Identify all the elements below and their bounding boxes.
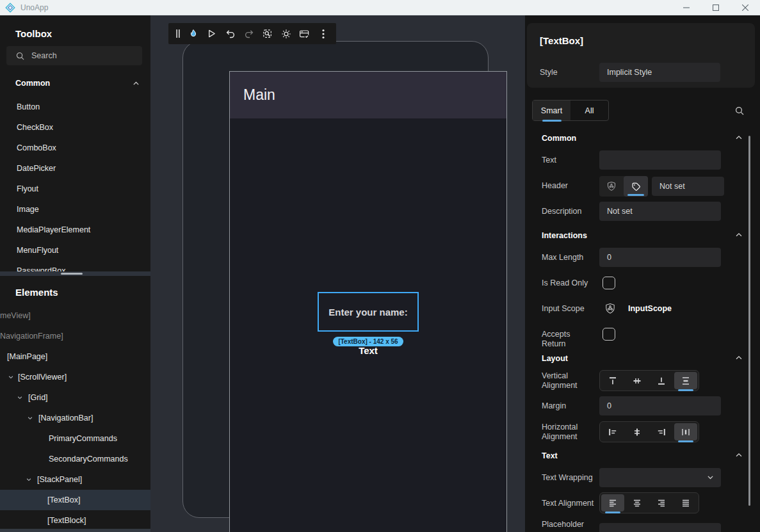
input-scope-label: Input Scope (542, 304, 595, 314)
accepts-return-checkbox[interactable] (602, 328, 615, 341)
margin-input[interactable]: 0 (599, 396, 721, 415)
literal-mode-button[interactable] (624, 176, 648, 197)
horizontal-alignment-label: Horizontal Alignment (542, 423, 595, 442)
chevron-down-icon[interactable] (27, 415, 33, 421)
textblock-element[interactable]: Text (230, 345, 506, 356)
tab-all[interactable]: All (570, 101, 608, 120)
vertical-alignment-label: Vertical Alignment (542, 371, 595, 391)
more-options-button[interactable] (314, 23, 332, 44)
redo-button[interactable] (239, 23, 258, 44)
chevron-down-icon[interactable] (8, 374, 14, 380)
tag-icon (631, 182, 641, 191)
tree-item-navigationbar[interactable]: [NavigationBar] (0, 408, 150, 428)
chevron-up-icon[interactable] (734, 133, 743, 142)
is-read-only-label: Is Read Only (542, 278, 595, 288)
toolbox-item-list: Button CheckBox ComboBox DatePicker Flyo… (0, 97, 150, 281)
max-length-input[interactable]: 0 (599, 248, 721, 267)
style-input[interactable]: Implicit Style (599, 63, 720, 82)
toolbox-item-image[interactable]: Image (0, 199, 150, 220)
tree-item-mainpage[interactable]: [MainPage] (0, 346, 150, 367)
toolbox-item-checkbox[interactable]: CheckBox (0, 117, 150, 138)
elements-horizontal-scrollbar[interactable] (0, 529, 150, 532)
toolbox-item-mediaplayerelement[interactable]: MediaPlayerElement (0, 220, 150, 240)
chevron-down-icon[interactable] (26, 476, 32, 483)
section-layout: Layout (542, 354, 568, 363)
header-input[interactable]: Not set (652, 177, 724, 196)
accepts-return-label: Accepts Return (542, 330, 595, 349)
close-button[interactable] (731, 0, 760, 15)
toolbox-item-combobox[interactable]: ComboBox (0, 138, 150, 158)
is-read-only-checkbox[interactable] (602, 277, 615, 289)
design-canvas: Main Enter your name: [TextBox] - 142 x … (150, 15, 525, 532)
play-button[interactable] (202, 23, 221, 44)
toolbox-search-input[interactable] (31, 51, 127, 60)
align-bottom-icon (656, 376, 667, 386)
halign-center-button[interactable] (626, 423, 649, 440)
element-picker-button[interactable] (258, 23, 277, 44)
tree-item-stackpanel[interactable]: [StackPanel] (0, 469, 150, 490)
chevron-up-icon[interactable] (734, 230, 743, 239)
tab-smart[interactable]: Smart (533, 101, 570, 120)
description-input[interactable]: Not set (599, 202, 721, 221)
description-label: Description (542, 207, 595, 216)
text-align-left-button[interactable] (601, 494, 624, 512)
toolbox-item-passwordbox[interactable]: PasswordBox (0, 261, 150, 281)
selected-element-name: [TextBox] (540, 35, 583, 46)
properties-vertical-scrollbar[interactable] (748, 136, 750, 506)
text-align-center-button[interactable] (626, 494, 649, 512)
tree-item-primarycommands[interactable]: PrimaryCommands (0, 428, 150, 449)
toolbox-item-datepicker[interactable]: DatePicker (0, 158, 150, 179)
valign-bottom-button[interactable] (650, 372, 673, 389)
app-title: UnoApp (20, 3, 48, 12)
halign-stretch-button[interactable] (674, 423, 697, 440)
drag-handle[interactable] (172, 23, 184, 44)
chevron-up-icon[interactable] (734, 451, 743, 460)
page-header: Main (230, 72, 506, 118)
chevron-down-icon (706, 473, 715, 481)
section-text: Text (542, 451, 558, 460)
tree-item-textbox[interactable]: [TextBox] (0, 490, 150, 510)
properties-search-icon[interactable] (734, 106, 745, 116)
tree-item-navigationframe[interactable]: NavigationFrame] (0, 326, 150, 346)
scrollbar-thumb[interactable] (61, 273, 83, 275)
horizontal-alignment-group (599, 421, 699, 442)
toolbox-section-common[interactable]: Common (0, 77, 150, 92)
text-align-right-button[interactable] (650, 494, 673, 512)
uno-logo-icon (5, 3, 15, 13)
form-check-button[interactable] (295, 23, 314, 44)
selected-textbox[interactable]: Enter your name: (318, 292, 419, 332)
section-common: Common (542, 134, 576, 143)
theme-brightness-button[interactable] (277, 23, 295, 44)
text-align-justify-button[interactable] (674, 494, 697, 512)
valign-top-button[interactable] (601, 372, 624, 389)
undo-button[interactable] (221, 23, 239, 44)
toolbox-item-button[interactable]: Button (0, 97, 150, 117)
valign-stretch-button[interactable] (674, 372, 697, 389)
input-scope-value[interactable]: InputScope (628, 304, 672, 313)
binding-mode-button[interactable] (599, 176, 624, 197)
halign-left-button[interactable] (601, 423, 624, 440)
toolbox-item-menuflyout[interactable]: MenuFlyout (0, 240, 150, 261)
tree-item-frameview[interactable]: meView] (0, 305, 150, 326)
text-input[interactable] (599, 150, 721, 170)
chevron-up-icon[interactable] (734, 353, 743, 362)
maximize-button[interactable] (701, 0, 731, 15)
tree-item-scrollviewer[interactable]: [ScrollViewer] (0, 367, 150, 387)
halign-right-button[interactable] (650, 423, 673, 440)
binding-shield-icon[interactable] (604, 303, 616, 314)
text-wrapping-dropdown[interactable] (599, 468, 721, 487)
toolbox-item-flyout[interactable]: Flyout (0, 179, 150, 199)
device-screen: Main Enter your name: [TextBox] - 142 x … (229, 71, 507, 532)
minimize-button[interactable] (672, 0, 701, 15)
placeholder-input[interactable] (599, 523, 721, 532)
valign-center-button[interactable] (626, 372, 649, 389)
tree-item-secondarycommands[interactable]: SecondaryCommands (0, 449, 150, 469)
chevron-down-icon[interactable] (17, 394, 23, 401)
text-wrapping-label: Text Wrapping (542, 473, 606, 483)
toolbox-search[interactable] (6, 46, 142, 65)
tree-item-grid[interactable]: [Grid] (0, 387, 150, 408)
tree-item-textblock[interactable]: [TextBlock] (0, 510, 150, 531)
toolbox-horizontal-scrollbar[interactable] (0, 271, 150, 276)
left-sidebar: Toolbox Common Button CheckBox ComboBox … (0, 15, 150, 532)
hot-reload-flame-icon[interactable] (184, 23, 202, 44)
